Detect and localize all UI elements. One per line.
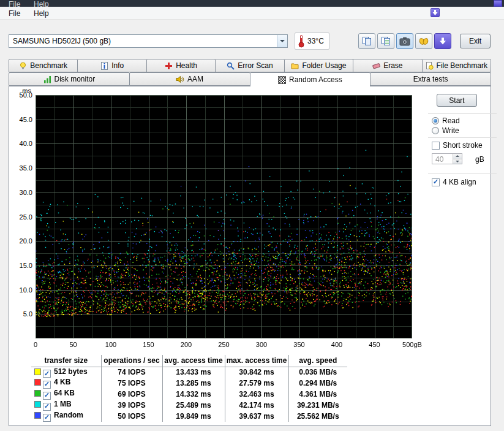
avg-access-value: 13.285 ms	[162, 378, 225, 389]
speaker-icon	[176, 75, 184, 83]
tab-file-benchmark[interactable]: File Benchmark	[422, 59, 491, 72]
x-axis-tick-label: 250	[218, 341, 229, 348]
col-operations: operations / sec	[101, 355, 162, 367]
max-access-value: 32.463 ms	[225, 389, 288, 400]
tab-benchmark[interactable]: Benchmark	[9, 59, 78, 72]
write-radio[interactable]	[432, 127, 439, 134]
copy-button[interactable]	[358, 33, 375, 49]
tab-label: File Benchmark	[437, 61, 487, 70]
spinner-buttons	[453, 154, 462, 164]
x-axis-tick-label: 0	[34, 341, 37, 348]
tab-disk-monitor[interactable]: Disk monitor	[9, 72, 130, 86]
series-toggle-checkbox[interactable]	[43, 381, 51, 389]
ops-value: 74 IOPS	[101, 367, 162, 378]
chart-bars-icon	[43, 75, 51, 83]
table-row: 1 MB39 IOPS25.489 ms42.174 ms39.231 MB/s	[31, 400, 347, 411]
x-axis-tick-label: 100	[105, 341, 116, 348]
tab-strip-row2: Disk monitor AAM Random Access Extr	[9, 72, 491, 86]
col-avg-access: avg. access time	[162, 355, 225, 367]
series-color-swatch	[34, 412, 41, 419]
col-avg-speed: avg. speed	[288, 355, 347, 367]
series-toggle-checkbox[interactable]	[43, 414, 51, 422]
tab-aam[interactable]: AAM	[129, 72, 250, 86]
transfer-size-label: 64 KB	[54, 389, 75, 397]
tab-strip-row1: Benchmark Info Health Error Scan	[9, 59, 491, 72]
align-checkbox[interactable]	[432, 178, 440, 186]
thermometer-icon	[298, 34, 305, 48]
tab-erase[interactable]: Erase	[353, 59, 422, 72]
exit-button[interactable]: Exit	[460, 34, 491, 48]
temperature-value: 33°C	[307, 37, 324, 45]
short-stroke-size-input[interactable]: 40	[432, 153, 462, 164]
drive-select-value: SAMSUNG HD502IJ (500 gB)	[9, 37, 277, 45]
transfer-size-label: 1 MB	[54, 400, 72, 408]
short-stroke-size-row: 40	[432, 153, 462, 164]
short-stroke-size-value: 40	[432, 154, 453, 164]
copy-text-button[interactable]	[377, 33, 394, 49]
tab-error-scan[interactable]: Error Scan	[215, 59, 284, 72]
short-stroke-option[interactable]: Short stroke	[432, 141, 483, 150]
random-access-panel: ms 5.010.015.020.025.030.035.040.045.050…	[9, 86, 491, 426]
info-icon	[100, 62, 108, 70]
tab-label: Health	[176, 61, 197, 70]
read-option[interactable]: Read	[432, 116, 460, 125]
ops-value: 75 IOPS	[101, 378, 162, 389]
tab-label: Extra tests	[413, 75, 448, 83]
read-label: Read	[442, 116, 460, 125]
max-access-value: 39.637 ms	[225, 411, 288, 422]
series-color-swatch	[34, 368, 41, 375]
screenshot-button[interactable]	[396, 33, 413, 49]
results-table: transfer size operations / sec avg. acce…	[31, 355, 347, 422]
series-toggle-checkbox[interactable]	[43, 370, 51, 378]
tab-extra-tests[interactable]: Extra tests	[370, 72, 491, 86]
tab-info[interactable]: Info	[77, 59, 146, 72]
spinner-down-button[interactable]	[453, 159, 462, 164]
tab-folder-usage[interactable]: Folder Usage	[284, 59, 353, 72]
tab-random-access[interactable]: Random Access	[250, 72, 371, 86]
lamp-icon	[19, 62, 27, 70]
short-stroke-label: Short stroke	[443, 141, 483, 150]
menu-help[interactable]: Help	[31, 9, 51, 18]
tab-health[interactable]: Health	[146, 59, 216, 72]
window-top-artifact: File Help	[0, 0, 504, 7]
tab-label: Erase	[383, 61, 402, 70]
series-color-swatch	[34, 379, 41, 386]
y-axis-tick-label: 10.0	[9, 286, 32, 294]
x-axis-tick-label: 350	[293, 341, 304, 348]
y-axis-tick-label: 40.0	[9, 140, 32, 147]
ops-value: 50 IOPS	[101, 411, 162, 422]
series-toggle-checkbox[interactable]	[43, 403, 51, 411]
transfer-size-cell: Random	[31, 411, 101, 422]
write-option[interactable]: Write	[432, 126, 459, 135]
menu-file[interactable]: File	[6, 9, 23, 18]
hands-button[interactable]	[415, 33, 432, 49]
tab-label: Benchmark	[30, 61, 67, 70]
avg-access-value: 14.332 ms	[162, 389, 225, 400]
short-stroke-unit-label: gB	[475, 155, 484, 164]
x-axis-tick-label: 450	[369, 341, 380, 348]
save-button-artifact	[494, 0, 502, 7]
hands-icon	[418, 37, 429, 46]
tab-label: Disk monitor	[55, 75, 96, 83]
save-icon-floating[interactable]	[431, 8, 440, 17]
series-color-swatch	[34, 390, 41, 397]
transfer-size-label: 512 bytes	[54, 367, 88, 376]
separator	[428, 173, 497, 174]
tab-label: Error Scan	[238, 61, 273, 70]
chevron-down-icon[interactable]	[277, 35, 287, 47]
spinner-up-button[interactable]	[453, 154, 462, 159]
align-option[interactable]: 4 KB align	[432, 178, 476, 186]
ops-value: 69 IOPS	[101, 389, 162, 400]
transfer-size-cell: 512 bytes	[31, 367, 101, 378]
y-axis-tick-label: 25.0	[9, 213, 32, 221]
y-axis-unit-label: ms	[9, 87, 31, 94]
read-radio[interactable]	[432, 117, 439, 124]
short-stroke-checkbox[interactable]	[432, 142, 440, 150]
x-axis-tick-label: 500gB	[402, 341, 422, 348]
col-max-access: max. access time	[225, 355, 288, 367]
start-button[interactable]: Start	[437, 94, 477, 107]
save-button[interactable]	[434, 33, 451, 49]
avg-access-value: 25.489 ms	[162, 400, 225, 411]
drive-select[interactable]: SAMSUNG HD502IJ (500 gB)	[9, 34, 288, 48]
series-toggle-checkbox[interactable]	[43, 392, 51, 400]
